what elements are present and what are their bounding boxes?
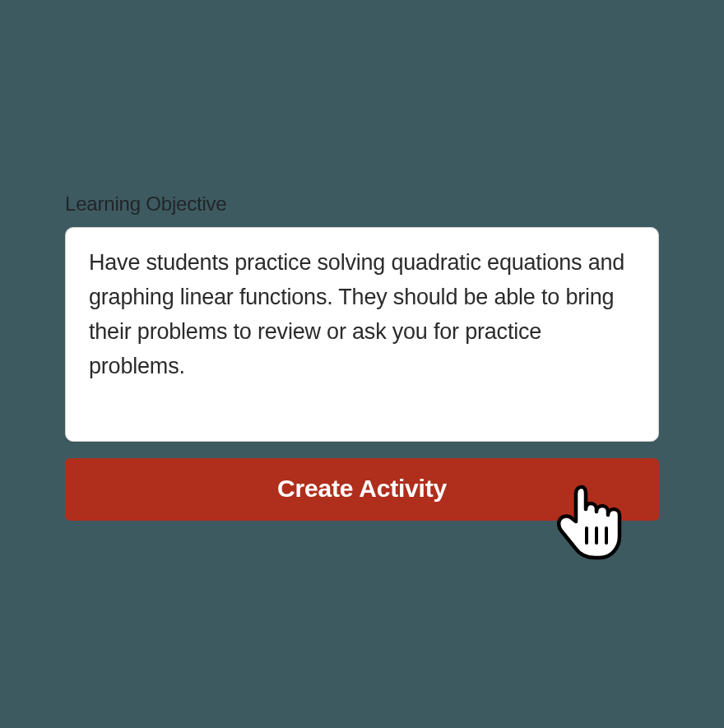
create-activity-button[interactable]: Create Activity <box>65 458 659 521</box>
learning-objective-form: Learning Objective Have students practic… <box>65 192 659 521</box>
field-label: Learning Objective <box>65 192 659 216</box>
learning-objective-input[interactable]: Have students practice solving quadratic… <box>65 227 659 442</box>
